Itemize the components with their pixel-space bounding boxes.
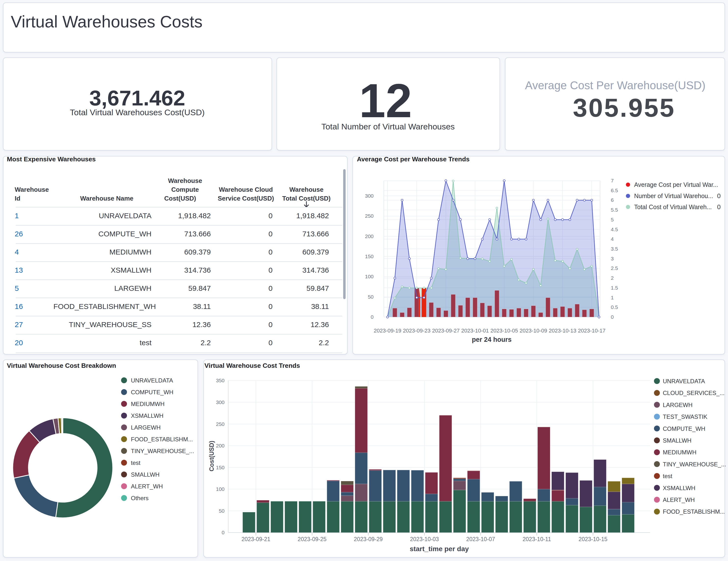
svg-text:CLOUD_SERVICES_...: CLOUD_SERVICES_... [663, 390, 725, 396]
svg-text:200: 200 [216, 443, 225, 449]
svg-text:2023-10-11: 2023-10-11 [523, 536, 551, 542]
svg-text:0: 0 [222, 530, 225, 535]
svg-text:250: 250 [216, 421, 225, 427]
svg-text:150: 150 [216, 465, 225, 470]
svg-text:ALERT_WH: ALERT_WH [663, 497, 695, 503]
svg-text:FOOD_ESTABLISHM...: FOOD_ESTABLISHM... [663, 508, 725, 515]
svg-text:2023-09-29: 2023-09-29 [354, 536, 383, 542]
svg-text:UNRAVELDATA: UNRAVELDATA [663, 378, 705, 385]
svg-text:2023-10-07: 2023-10-07 [466, 536, 495, 542]
svg-text:test: test [663, 473, 672, 479]
svg-text:2023-09-25: 2023-09-25 [298, 536, 326, 542]
svg-text:TINY_WAREHOUSE_...: TINY_WAREHOUSE_... [663, 461, 726, 468]
svg-text:XSMALLWH: XSMALLWH [663, 485, 695, 491]
svg-text:50: 50 [219, 508, 225, 514]
svg-text:350: 350 [216, 378, 225, 383]
svg-text:100: 100 [216, 486, 225, 492]
svg-text:2023-10-15: 2023-10-15 [578, 536, 607, 542]
svg-text:TEST_SWASTIK: TEST_SWASTIK [663, 413, 707, 420]
svg-text:SMALLWH: SMALLWH [663, 437, 691, 444]
svg-text:MEDIUMWH: MEDIUMWH [663, 449, 696, 456]
svg-text:Cost(USD): Cost(USD) [208, 441, 215, 472]
svg-text:300: 300 [216, 400, 225, 405]
svg-text:2023-10-03: 2023-10-03 [410, 536, 439, 542]
svg-text:2023-09-21: 2023-09-21 [241, 536, 270, 542]
svg-text:start_time per day: start_time per day [410, 545, 469, 553]
svg-text:LARGEWH: LARGEWH [663, 402, 692, 408]
svg-text:COMPUTE_WH: COMPUTE_WH [663, 425, 705, 432]
